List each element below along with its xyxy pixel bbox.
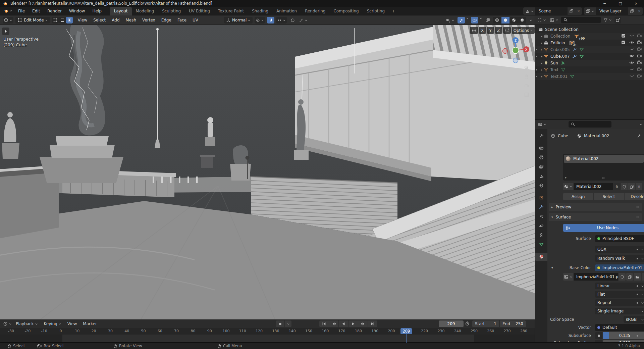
workspace-tab-scripting[interactable]: Scripting <box>363 7 389 15</box>
properties-tab-render[interactable] <box>535 144 547 152</box>
disable-render-toggle[interactable] <box>637 33 642 39</box>
outliner-search[interactable] <box>561 17 601 23</box>
viewport-menu-mesh[interactable]: Mesh <box>123 15 140 25</box>
breadcrumb-object[interactable]: Cube <box>558 134 568 138</box>
browse-image-button[interactable] <box>563 273 573 281</box>
subsurface-socket-button[interactable] <box>595 332 602 339</box>
auto-key-button[interactable] <box>276 320 284 327</box>
base-color-field[interactable]: ImphenziaPalette01.png <box>595 264 644 271</box>
grip-icon[interactable] <box>602 176 606 180</box>
playhead-label[interactable]: 209 <box>400 328 412 334</box>
properties-search[interactable] <box>569 121 611 128</box>
snap-settings-dropdown[interactable] <box>276 17 287 23</box>
vector-field[interactable]: Default <box>595 324 644 331</box>
properties-tab-particles[interactable] <box>535 212 547 220</box>
face-select-button[interactable] <box>66 17 73 23</box>
snap-toggle[interactable] <box>267 17 274 23</box>
material-name-field[interactable]: Material.002 <box>574 183 613 190</box>
exclude-checkbox[interactable] <box>621 34 626 39</box>
outliner-row-text-001[interactable]: ▸Text.001 <box>535 73 644 80</box>
deselect-button[interactable]: Deselect <box>625 193 644 200</box>
menu-edit[interactable]: Edit <box>29 7 44 15</box>
workspace-tab-animation[interactable]: Animation <box>272 7 301 15</box>
outliner-display-mode[interactable] <box>537 17 547 23</box>
new-material-button[interactable] <box>628 183 635 190</box>
properties-tab-output[interactable] <box>535 153 547 161</box>
properties-tab-material[interactable] <box>535 253 547 261</box>
properties-tab-viewlayer[interactable] <box>535 163 547 171</box>
workspace-tab-compositing[interactable]: Compositing <box>329 7 363 15</box>
disclosure-icon[interactable]: ▸ <box>540 35 544 38</box>
workspace-tab-uv-editing[interactable]: UV Editing <box>185 7 214 15</box>
timeline-menu-marker[interactable]: Marker <box>80 320 100 328</box>
new-collection-button[interactable] <box>614 17 621 23</box>
preview-panel-header[interactable]: ▸Preview <box>549 203 642 211</box>
properties-tab-scene[interactable] <box>535 172 547 180</box>
zoom-icon[interactable] <box>524 65 529 70</box>
hide-toggle[interactable] <box>629 73 634 80</box>
viewport-3d-scene[interactable] <box>0 25 535 319</box>
play-reverse-button[interactable] <box>339 320 348 327</box>
hide-toggle[interactable] <box>629 60 634 66</box>
image-name-field[interactable]: ImphenziaPalette01.png <box>574 273 618 281</box>
maximize-button[interactable]: □ <box>612 0 628 7</box>
disable-render-toggle[interactable] <box>637 67 642 73</box>
disable-render-toggle[interactable] <box>637 60 642 66</box>
outliner-row-cube-007[interactable]: ▸Cube.007 <box>535 53 644 60</box>
overlays-toggle[interactable] <box>471 17 478 23</box>
play-button[interactable] <box>348 320 358 327</box>
camera-view-icon[interactable] <box>524 83 529 88</box>
proportional-editing-toggle[interactable] <box>289 17 296 23</box>
open-image-button[interactable] <box>634 273 641 281</box>
chevron-down-icon[interactable] <box>639 123 642 126</box>
list-expand-icon[interactable]: ▸ <box>565 176 567 179</box>
radius-socket-button[interactable] <box>595 340 602 342</box>
close-button[interactable]: × <box>628 0 644 7</box>
workspace-tab-rendering[interactable]: Rendering <box>301 7 329 15</box>
app-menu-button[interactable] <box>0 8 14 13</box>
properties-tab-object[interactable] <box>535 194 547 202</box>
timeline-menu-view[interactable]: View <box>64 320 80 328</box>
users-count-button[interactable]: 6 <box>613 183 620 190</box>
menu-help[interactable]: Help <box>89 7 105 15</box>
disclosure-icon[interactable]: ▸ <box>540 48 544 51</box>
properties-tab-modifiers[interactable] <box>535 203 547 211</box>
pan-hand-icon[interactable] <box>524 74 529 80</box>
outliner-row-scene-collection[interactable]: Scene Collection <box>535 26 644 33</box>
disclosure-icon[interactable]: ▸ <box>540 75 544 78</box>
gizmos-toggle[interactable] <box>458 17 465 23</box>
properties-tab-tool[interactable] <box>535 132 547 140</box>
outliner-filter-image[interactable] <box>549 17 559 23</box>
viewport-menu-face[interactable]: Face <box>174 15 190 25</box>
pin-icon[interactable] <box>637 134 641 138</box>
surface-panel-header[interactable]: ▾Surface <box>549 213 642 221</box>
snap-corner-button[interactable] <box>503 27 511 34</box>
current-frame-field[interactable]: 209 <box>439 320 464 327</box>
assign-button[interactable]: Assign <box>563 193 593 200</box>
timeline-track-area[interactable] <box>0 335 535 343</box>
properties-tab-world[interactable] <box>535 182 547 190</box>
outliner-filter-dropdown[interactable] <box>602 17 613 23</box>
edge-select-button[interactable] <box>59 17 66 23</box>
viewport-menu-view[interactable]: View <box>75 15 90 25</box>
frame-end-field[interactable]: End250 <box>500 320 526 327</box>
properties-editor-type[interactable] <box>537 121 547 128</box>
disable-render-toggle[interactable] <box>637 47 642 53</box>
mirror-axis-z-button[interactable]: Z <box>495 27 502 34</box>
viewport-menu-uv[interactable]: UV <box>190 15 201 25</box>
hide-toggle[interactable] <box>629 40 634 46</box>
outliner-row-cube-005[interactable]: ▸Cube.005 <box>535 46 644 53</box>
scene-name[interactable]: Scene <box>535 7 568 15</box>
fake-user-button[interactable] <box>621 183 628 190</box>
disable-render-toggle[interactable] <box>637 73 642 80</box>
exclude-checkbox[interactable] <box>621 40 626 46</box>
breadcrumb-material[interactable]: Material.002 <box>584 134 609 138</box>
timeline-menu-playback[interactable]: Playback <box>13 320 41 328</box>
color-space-dropdown[interactable]: sRGB <box>624 316 644 323</box>
viewport-menu-edge[interactable]: Edge <box>158 15 174 25</box>
add-workspace-button[interactable]: + <box>389 7 398 15</box>
view-layer-name[interactable]: View Layer <box>596 7 628 15</box>
pivot-point-dropdown[interactable] <box>255 17 265 23</box>
viewport-menu-select[interactable]: Select <box>90 15 109 25</box>
timeline-editor-type[interactable] <box>2 320 13 327</box>
